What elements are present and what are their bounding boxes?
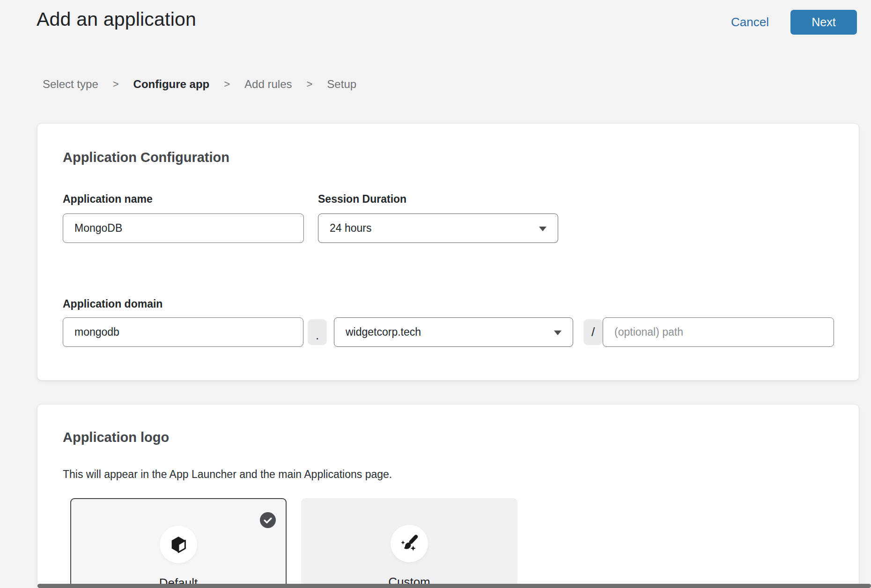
domain-select[interactable]: widgetcorp.tech: [334, 317, 573, 347]
page-title: Add an application: [37, 8, 196, 30]
domain-value: widgetcorp.tech: [346, 326, 421, 338]
step-select-type[interactable]: Select type: [43, 78, 98, 91]
step-configure-app[interactable]: Configure app: [133, 78, 210, 91]
horizontal-scrollbar[interactable]: [37, 584, 871, 588]
session-duration-value: 24 hours: [330, 222, 372, 235]
breadcrumb-separator: >: [307, 78, 313, 90]
logo-option-default[interactable]: Default: [70, 498, 287, 588]
step-add-rules[interactable]: Add rules: [244, 78, 292, 91]
logo-options: Default Custom: [70, 498, 517, 588]
logo-heading: Application logo: [63, 430, 169, 445]
paintbrush-icon: [399, 534, 419, 553]
next-button[interactable]: Next: [790, 10, 857, 35]
configuration-heading: Application Configuration: [63, 150, 229, 165]
logo-circle: [160, 526, 197, 563]
breadcrumb-separator: >: [113, 78, 119, 90]
dot-separator: .: [308, 319, 327, 345]
application-domain-label: Application domain: [63, 298, 162, 310]
application-configuration-card: Application Configuration Application na…: [37, 123, 859, 381]
logo-circle: [391, 525, 428, 562]
chevron-down-icon: [554, 331, 561, 335]
breadcrumb: Select type > Configure app > Add rules …: [43, 78, 356, 91]
application-logo-card: Application logo This will appear in the…: [37, 404, 859, 588]
application-name-input[interactable]: [63, 213, 304, 243]
cube-icon: [169, 535, 188, 554]
header-actions: Cancel Next: [731, 10, 857, 35]
breadcrumb-separator: >: [224, 78, 230, 90]
chevron-down-icon: [539, 227, 546, 231]
slash-separator: /: [583, 319, 603, 345]
application-name-label: Application name: [63, 193, 153, 206]
subdomain-input[interactable]: [63, 317, 303, 347]
selected-check-icon: [260, 512, 276, 528]
cancel-button[interactable]: Cancel: [731, 15, 769, 29]
session-duration-select[interactable]: 24 hours: [318, 213, 558, 243]
session-duration-label: Session Duration: [318, 193, 406, 206]
path-input[interactable]: [603, 317, 834, 347]
logo-option-custom[interactable]: Custom: [301, 498, 517, 588]
step-setup[interactable]: Setup: [327, 78, 356, 91]
logo-description: This will appear in the App Launcher and…: [63, 468, 392, 481]
